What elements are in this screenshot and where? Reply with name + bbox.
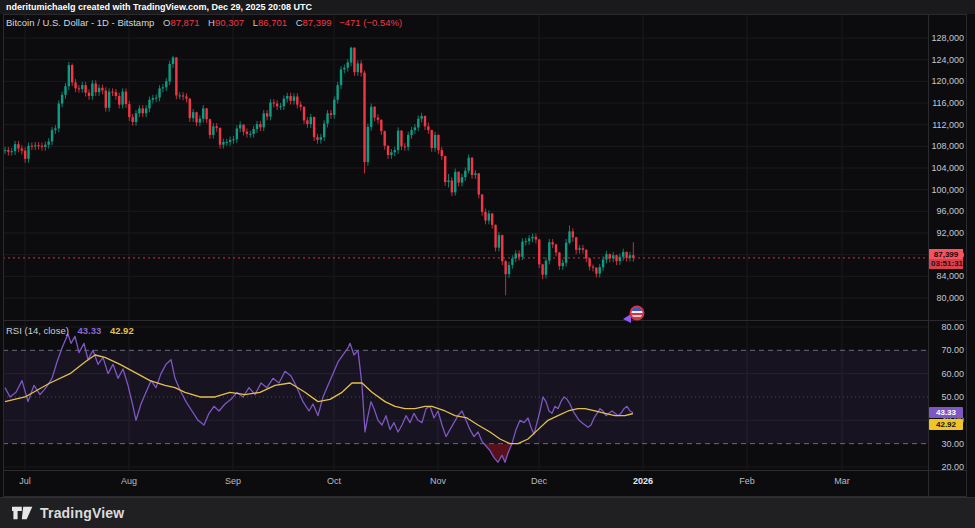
candle-body <box>347 62 349 67</box>
candle-body <box>11 151 13 152</box>
candle-body <box>316 137 318 140</box>
rsi-tick-label: 60.00 <box>928 369 964 379</box>
rsi-tick-label: 50.00 <box>928 392 964 402</box>
candle-body <box>145 108 147 113</box>
candle-body <box>303 107 305 121</box>
flag-sticker[interactable] <box>620 302 648 326</box>
candle-body <box>306 120 308 124</box>
rsi-legend: RSI (14, close) 43.33 42.92 <box>6 325 134 336</box>
time-tick-label: Sep <box>213 476 253 486</box>
candle-body <box>367 127 369 162</box>
price-tick-label: 80,000 <box>928 293 964 303</box>
candle-body <box>461 177 463 182</box>
tradingview-logo-icon <box>12 504 33 522</box>
candle-body <box>592 267 594 268</box>
candle-body <box>474 173 476 175</box>
candle-body <box>135 113 137 122</box>
candle-body <box>417 119 419 128</box>
low-value: 86,701 <box>258 17 287 28</box>
candle-body <box>246 132 248 134</box>
candle-body <box>37 145 39 146</box>
time-tick-label: Dec <box>519 476 559 486</box>
candle-body <box>414 127 416 130</box>
candle-body <box>27 146 29 159</box>
candle-body <box>394 150 396 152</box>
candle-body <box>232 139 234 140</box>
candle-body <box>78 88 80 89</box>
close-label: C <box>296 17 303 28</box>
candle-body <box>47 141 49 144</box>
time-tick-label: Jul <box>5 476 45 486</box>
candle-body <box>605 254 607 259</box>
candle-body <box>128 104 130 117</box>
candle-body <box>545 261 547 275</box>
time-tick-label: Oct <box>314 476 354 486</box>
candle-body <box>296 96 298 104</box>
candle-body <box>615 255 617 261</box>
candle-body <box>444 156 446 182</box>
candle-body <box>562 263 564 266</box>
price-tick-label: 96,000 <box>928 206 964 216</box>
time-tick-label: Feb <box>727 476 767 486</box>
candle-body <box>498 235 500 247</box>
candle-body <box>488 214 490 221</box>
candle-body <box>471 158 473 175</box>
candle-body <box>501 235 503 261</box>
rsi-title[interactable]: RSI (14, close) <box>6 325 69 336</box>
candle-body <box>437 135 439 150</box>
candle-body <box>447 180 449 182</box>
candle-body <box>115 92 117 96</box>
candle-body <box>54 128 56 130</box>
footer-bar: TradingView <box>0 497 975 528</box>
candle-body <box>256 124 258 129</box>
candle-body <box>558 253 560 267</box>
candle-body <box>175 57 177 95</box>
symbol-title[interactable]: Bitcoin / U.S. Dollar - 1D - Bitstamp <box>6 17 154 28</box>
high-label: H <box>208 17 215 28</box>
candle-body <box>622 252 624 257</box>
rsi-band <box>3 350 928 443</box>
price-tick-label: 108,000 <box>928 141 964 151</box>
candle-body <box>236 128 238 139</box>
price-tick-label: 124,000 <box>928 55 964 65</box>
price-tick-label: 100,000 <box>928 185 964 195</box>
candle-body <box>172 57 174 64</box>
candle-body <box>95 83 97 92</box>
time-tick-label: Mar <box>822 476 862 486</box>
candle-body <box>289 96 291 101</box>
price-tick-label: 116,000 <box>928 98 964 108</box>
candle-body <box>434 135 436 148</box>
chart-canvas[interactable] <box>0 0 975 528</box>
candle-body <box>323 124 325 138</box>
time-tick-label: Aug <box>109 476 149 486</box>
candle-body <box>293 96 295 100</box>
candle-body <box>155 98 157 99</box>
candle-body <box>182 95 184 96</box>
candle-body <box>565 243 567 263</box>
rsi-ma-value: 42.92 <box>110 325 134 336</box>
rsi-tick-label: 80.00 <box>928 322 964 332</box>
candle-body <box>397 131 399 151</box>
candle-body <box>71 65 73 82</box>
candle-body <box>61 95 63 104</box>
candle-body <box>357 63 359 72</box>
tradingview-brand-link[interactable]: TradingView <box>12 504 124 522</box>
last-price-badge: 87,399 03:51:31 <box>929 249 963 269</box>
candle-body <box>508 265 510 274</box>
rsi-ma-value-badge: 42.92 <box>929 419 963 430</box>
rsi-tick-label: 70.00 <box>928 345 964 355</box>
candle-body <box>205 108 207 119</box>
candle-body <box>108 92 110 108</box>
candle-body <box>431 130 433 148</box>
candle-body <box>400 131 402 147</box>
candle-body <box>31 146 33 147</box>
candle-body <box>279 106 281 107</box>
candle-body <box>390 152 392 155</box>
open-value: 87,871 <box>170 17 199 28</box>
candle-body <box>189 99 191 119</box>
candle-body <box>420 116 422 119</box>
candle-body <box>179 95 181 96</box>
candle-body <box>380 120 382 131</box>
candle-body <box>286 96 288 99</box>
candle-body <box>457 172 459 183</box>
